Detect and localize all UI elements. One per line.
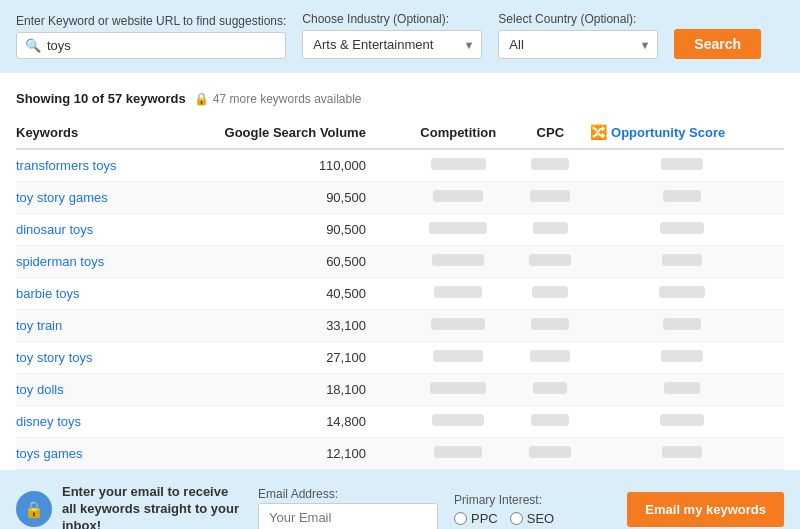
opportunity-cell bbox=[590, 406, 784, 438]
cpc-cell bbox=[521, 374, 590, 406]
competition-cell bbox=[406, 310, 521, 342]
blurred-opportunity bbox=[663, 190, 701, 202]
blurred-opportunity bbox=[663, 318, 701, 330]
interest-label: Primary Interest: bbox=[454, 493, 554, 507]
keyword-field-group: Enter Keyword or website URL to find sug… bbox=[16, 14, 286, 59]
competition-cell bbox=[406, 374, 521, 406]
keyword-cell[interactable]: toy story toys bbox=[16, 342, 164, 374]
industry-label: Choose Industry (Optional): bbox=[302, 12, 482, 26]
competition-cell bbox=[406, 438, 521, 470]
competition-cell bbox=[406, 182, 521, 214]
search-button[interactable]: Search bbox=[674, 29, 761, 59]
volume-cell: 12,100 bbox=[164, 438, 406, 470]
opportunity-cell bbox=[590, 149, 784, 182]
radio-group: PPC SEO bbox=[454, 511, 554, 526]
volume-cell: 14,800 bbox=[164, 406, 406, 438]
cpc-cell bbox=[521, 182, 590, 214]
footer-cta-text: Enter your email to receive all keywords… bbox=[62, 484, 242, 529]
showing-count: Showing 10 of 57 keywords bbox=[16, 91, 186, 106]
blurred-opportunity bbox=[660, 222, 704, 234]
ppc-radio[interactable] bbox=[454, 512, 467, 525]
competition-cell bbox=[406, 246, 521, 278]
more-available: 🔒 47 more keywords available bbox=[194, 92, 362, 106]
col-volume: Google Search Volume bbox=[164, 116, 406, 149]
keyword-cell[interactable]: spiderman toys bbox=[16, 246, 164, 278]
country-select-wrap: All United States United Kingdom Canada … bbox=[498, 30, 658, 59]
volume-cell: 110,000 bbox=[164, 149, 406, 182]
keyword-cell[interactable]: toy story games bbox=[16, 182, 164, 214]
cpc-cell bbox=[521, 342, 590, 374]
competition-cell bbox=[406, 342, 521, 374]
ppc-radio-label[interactable]: PPC bbox=[454, 511, 498, 526]
volume-cell: 27,100 bbox=[164, 342, 406, 374]
blurred-cpc bbox=[529, 254, 571, 266]
table-row: toy story games 90,500 bbox=[16, 182, 784, 214]
blurred-opportunity bbox=[661, 350, 703, 362]
blurred-competition bbox=[434, 286, 482, 298]
industry-field-group: Choose Industry (Optional): Arts & Enter… bbox=[302, 12, 482, 59]
blurred-opportunity bbox=[659, 286, 705, 298]
page-wrapper: Enter Keyword or website URL to find sug… bbox=[0, 0, 800, 529]
more-text: 47 more keywords available bbox=[213, 92, 362, 106]
seo-radio[interactable] bbox=[510, 512, 523, 525]
blurred-cpc bbox=[531, 318, 569, 330]
table-row: toy story toys 27,100 bbox=[16, 342, 784, 374]
col-keywords: Keywords bbox=[16, 116, 164, 149]
cpc-cell bbox=[521, 310, 590, 342]
cpc-cell bbox=[521, 246, 590, 278]
table-header-row: Keywords Google Search Volume Competitio… bbox=[16, 116, 784, 149]
results-summary: Showing 10 of 57 keywords 🔒 47 more keyw… bbox=[16, 83, 784, 112]
keyword-input[interactable] bbox=[47, 38, 277, 53]
blurred-cpc bbox=[530, 190, 570, 202]
keyword-cell[interactable]: toys games bbox=[16, 438, 164, 470]
blurred-opportunity bbox=[662, 254, 702, 266]
blurred-opportunity bbox=[661, 158, 703, 170]
footer-lock-section: 🔒 Enter your email to receive all keywor… bbox=[16, 484, 242, 529]
industry-select[interactable]: Arts & Entertainment All Industries Busi… bbox=[302, 30, 482, 59]
footer-interest-section: Primary Interest: PPC SEO bbox=[454, 493, 554, 526]
competition-cell bbox=[406, 278, 521, 310]
keyword-cell[interactable]: disney toys bbox=[16, 406, 164, 438]
blurred-competition bbox=[431, 318, 485, 330]
email-label: Email Address: bbox=[258, 487, 438, 501]
cpc-cell bbox=[521, 214, 590, 246]
blurred-opportunity bbox=[662, 446, 702, 458]
search-input-wrap: 🔍 bbox=[16, 32, 286, 59]
col-competition: Competition bbox=[406, 116, 521, 149]
opportunity-cell bbox=[590, 246, 784, 278]
keyword-cell[interactable]: toy train bbox=[16, 310, 164, 342]
country-field-group: Select Country (Optional): All United St… bbox=[498, 12, 658, 59]
keyword-cell[interactable]: transformers toys bbox=[16, 149, 164, 182]
opportunity-cell bbox=[590, 342, 784, 374]
table-row: toy dolls 18,100 bbox=[16, 374, 784, 406]
table-row: toy train 33,100 bbox=[16, 310, 784, 342]
blurred-opportunity bbox=[664, 382, 700, 394]
blurred-competition bbox=[430, 382, 486, 394]
keyword-cell[interactable]: dinosaur toys bbox=[16, 214, 164, 246]
footer-email-section: Email Address: bbox=[258, 487, 438, 529]
blurred-competition bbox=[431, 158, 486, 170]
blurred-cpc bbox=[533, 222, 568, 234]
volume-cell: 18,100 bbox=[164, 374, 406, 406]
opportunity-cell bbox=[590, 278, 784, 310]
volume-cell: 40,500 bbox=[164, 278, 406, 310]
opportunity-cell bbox=[590, 310, 784, 342]
cpc-cell bbox=[521, 149, 590, 182]
email-keywords-button[interactable]: Email my keywords bbox=[627, 492, 784, 527]
cpc-cell bbox=[521, 278, 590, 310]
top-bar: Enter Keyword or website URL to find sug… bbox=[0, 0, 800, 73]
keyword-cell[interactable]: barbie toys bbox=[16, 278, 164, 310]
volume-cell: 90,500 bbox=[164, 182, 406, 214]
col-cpc: CPC bbox=[521, 116, 590, 149]
country-label: Select Country (Optional): bbox=[498, 12, 658, 26]
seo-radio-label[interactable]: SEO bbox=[510, 511, 554, 526]
table-row: barbie toys 40,500 bbox=[16, 278, 784, 310]
email-input[interactable] bbox=[258, 503, 438, 529]
volume-cell: 90,500 bbox=[164, 214, 406, 246]
country-select[interactable]: All United States United Kingdom Canada … bbox=[498, 30, 658, 59]
keyword-label: Enter Keyword or website URL to find sug… bbox=[16, 14, 286, 28]
keyword-cell[interactable]: toy dolls bbox=[16, 374, 164, 406]
blurred-cpc bbox=[531, 414, 569, 426]
table-row: spiderman toys 60,500 bbox=[16, 246, 784, 278]
industry-select-wrap: Arts & Entertainment All Industries Busi… bbox=[302, 30, 482, 59]
